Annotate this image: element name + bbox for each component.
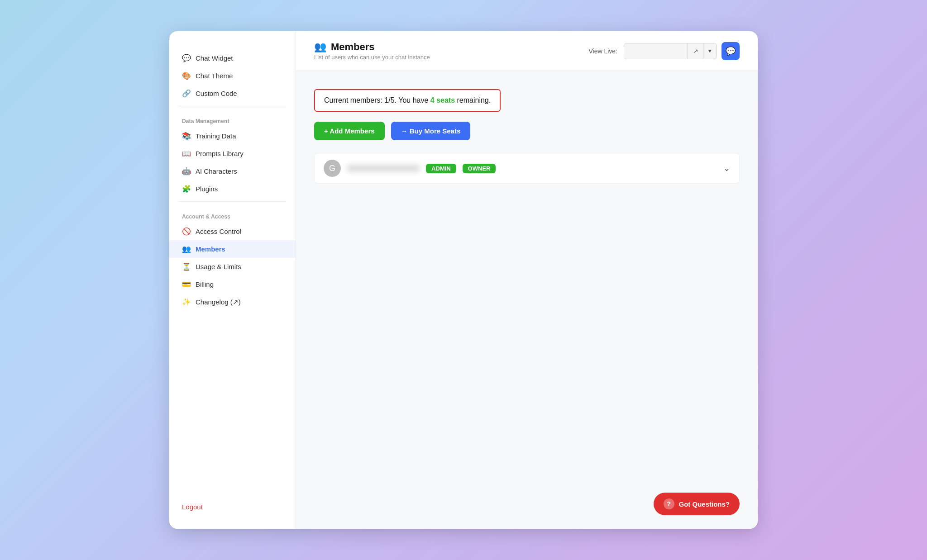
header-title-group: 👥 Members List of users who can use your… bbox=[314, 41, 430, 61]
changelog-icon: ✨ bbox=[182, 298, 191, 306]
sidebar-item-label: Members bbox=[196, 245, 225, 253]
data-management-label: Data Management bbox=[169, 110, 296, 127]
page-subtitle: List of users who can use your chat inst… bbox=[314, 54, 430, 61]
sidebar-item-label: Prompts Library bbox=[196, 150, 244, 157]
sidebar-item-label: AI Characters bbox=[196, 167, 237, 175]
member-name-blurred bbox=[347, 165, 420, 172]
app-window: 💬 Chat Widget 🎨 Chat Theme 🔗 Custom Code… bbox=[169, 31, 758, 529]
page-header: 👥 Members List of users who can use your… bbox=[296, 31, 758, 71]
sidebar-item-label: Custom Code bbox=[196, 90, 237, 97]
sidebar-item-members[interactable]: 👥 Members bbox=[169, 240, 296, 258]
external-link-button[interactable]: ↗ bbox=[688, 43, 703, 59]
logout-button[interactable]: Logout bbox=[169, 498, 296, 515]
sidebar-item-custom-code[interactable]: 🔗 Custom Code bbox=[169, 85, 296, 102]
page-title: 👥 Members bbox=[314, 41, 375, 53]
banner-text-before: Current members: 1/5. You have bbox=[324, 96, 430, 104]
sidebar-item-chat-widget[interactable]: 💬 Chat Widget bbox=[169, 49, 296, 67]
sidebar-item-changelog[interactable]: ✨ Changelog (↗) bbox=[169, 293, 296, 311]
main-content: Current members: 1/5. You have 4 seats r… bbox=[296, 71, 758, 529]
question-circle-icon: ? bbox=[664, 498, 674, 509]
usage-limits-icon: ⏳ bbox=[182, 262, 191, 271]
members-icon: 👥 bbox=[182, 245, 191, 253]
sidebar-item-label: Training Data bbox=[196, 132, 236, 140]
sidebar-item-label: Billing bbox=[196, 280, 214, 288]
sidebar-item-ai-characters[interactable]: 🤖 AI Characters bbox=[169, 162, 296, 180]
sidebar-divider-1 bbox=[178, 106, 287, 106]
sidebar-item-label: Chat Widget bbox=[196, 54, 233, 62]
chat-icon-button[interactable]: 💬 bbox=[722, 42, 740, 60]
sidebar-item-label: Changelog (↗) bbox=[196, 298, 241, 306]
sidebar-item-prompts-library[interactable]: 📖 Prompts Library bbox=[169, 145, 296, 162]
view-live-label: View Live: bbox=[588, 47, 617, 55]
view-live-input[interactable] bbox=[624, 43, 688, 59]
chat-widget-icon: 💬 bbox=[182, 54, 191, 62]
header-right: View Live: ↗ ▾ 💬 bbox=[588, 42, 740, 60]
access-control-icon: 🚫 bbox=[182, 227, 191, 236]
sidebar-item-label: Chat Theme bbox=[196, 72, 233, 80]
member-avatar: G bbox=[324, 160, 341, 177]
ai-characters-icon: 🤖 bbox=[182, 167, 191, 176]
chat-theme-icon: 🎨 bbox=[182, 71, 191, 80]
view-live-input-wrap: ↗ ▾ bbox=[624, 43, 717, 59]
billing-icon: 💳 bbox=[182, 280, 191, 289]
sidebar-item-label: Usage & Limits bbox=[196, 263, 241, 271]
got-questions-button[interactable]: ? Got Questions? bbox=[654, 493, 740, 515]
owner-badge: OWNER bbox=[463, 164, 496, 173]
members-title-icon: 👥 bbox=[314, 41, 326, 53]
add-members-button[interactable]: + Add Members bbox=[314, 122, 385, 140]
sidebar: 💬 Chat Widget 🎨 Chat Theme 🔗 Custom Code… bbox=[169, 31, 296, 529]
banner-text-after: remaining. bbox=[455, 96, 491, 104]
sidebar-item-access-control[interactable]: 🚫 Access Control bbox=[169, 223, 296, 240]
buy-more-seats-button[interactable]: → Buy More Seats bbox=[391, 122, 471, 140]
admin-badge: ADMIN bbox=[426, 164, 456, 173]
sidebar-item-chat-theme[interactable]: 🎨 Chat Theme bbox=[169, 67, 296, 85]
members-banner: Current members: 1/5. You have 4 seats r… bbox=[314, 89, 501, 112]
custom-code-icon: 🔗 bbox=[182, 89, 191, 98]
main-area: 👥 Members List of users who can use your… bbox=[296, 31, 758, 529]
dropdown-chevron-button[interactable]: ▾ bbox=[703, 43, 717, 59]
sidebar-item-billing[interactable]: 💳 Billing bbox=[169, 275, 296, 293]
sidebar-item-label: Plugins bbox=[196, 185, 218, 193]
sidebar-item-plugins[interactable]: 🧩 Plugins bbox=[169, 180, 296, 198]
sidebar-divider-2 bbox=[178, 201, 287, 202]
plugins-icon: 🧩 bbox=[182, 185, 191, 193]
member-row-chevron[interactable]: ⌄ bbox=[723, 163, 730, 173]
chat-bubble-icon: 💬 bbox=[726, 46, 736, 56]
sidebar-item-usage-limits[interactable]: ⏳ Usage & Limits bbox=[169, 258, 296, 275]
account-label: Account & Access bbox=[169, 205, 296, 223]
seats-count: 4 seats bbox=[430, 96, 455, 104]
member-row: G ADMIN OWNER ⌄ bbox=[314, 153, 740, 184]
sidebar-item-training-data[interactable]: 📚 Training Data bbox=[169, 127, 296, 145]
training-data-icon: 📚 bbox=[182, 132, 191, 140]
sidebar-item-label: Access Control bbox=[196, 228, 241, 235]
prompts-library-icon: 📖 bbox=[182, 149, 191, 158]
action-buttons: + Add Members → Buy More Seats bbox=[314, 122, 740, 140]
got-questions-label: Got Questions? bbox=[679, 500, 730, 508]
